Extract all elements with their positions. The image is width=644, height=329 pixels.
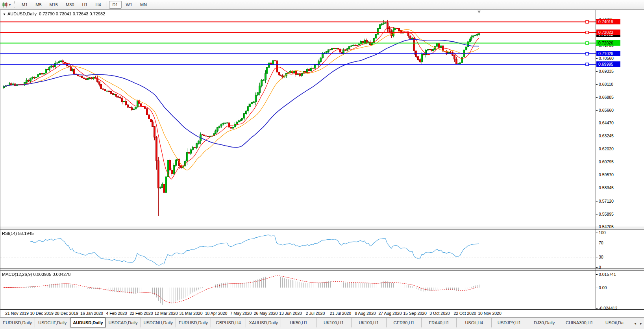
price-axis-tick (596, 136, 598, 136)
candlestick-glyph (2, 2, 8, 7)
price-axis-tick (596, 97, 598, 98)
chart-tab-uk100-h1[interactable]: UK100,H1 (352, 318, 387, 327)
price-axis-tick-label: 0.58345 (599, 185, 614, 190)
date-axis-label: 22 Oct 2020 (453, 311, 476, 316)
price-axis-tick-label: 0.54705 (599, 224, 614, 229)
price-axis-tick (596, 162, 598, 162)
macd-axis-label: -0.024412 (599, 306, 617, 311)
timeframe-button-M30[interactable]: M30 (62, 1, 78, 9)
chart-tab-usdjpy-h1[interactable]: USDJPY,H1 (492, 318, 527, 327)
price-axis-tick-label: 0.69335 (599, 69, 614, 74)
date-axis-label: 16 Jan 2020 (80, 311, 103, 316)
collapse-arrow-icon[interactable]: ▼ (3, 13, 6, 16)
chart-symbol-label: AUDUSD,Daily (7, 11, 37, 16)
price-axis-tick-label: 0.65660 (599, 108, 614, 113)
date-axis-label: 21 Nov 2019 (5, 311, 29, 316)
chart-ohlc-values: 0.72790 0.73041 0.72643 0.72982 (39, 11, 105, 16)
timeframe-buttons: M1M5M15M30H1H4D1W1MN (18, 1, 151, 9)
chart-type-icon[interactable] (2, 2, 9, 8)
toolbar-separator (107, 1, 107, 8)
price-axis-tick-label: 0.64470 (599, 120, 614, 125)
price-axis-tick (596, 71, 598, 72)
date-axis-label: 10 Nov 2020 (478, 311, 502, 316)
price-axis-tick-label: 0.63245 (599, 133, 614, 138)
chart-tab-usdcad-daily[interactable]: USDCAD,Daily (106, 318, 141, 327)
date-axis-label: 26 May 2020 (254, 311, 278, 316)
rsi-axis-tick (596, 233, 598, 233)
timeframe-button-H4[interactable]: H4 (92, 1, 104, 9)
hline-price-label[interactable]: 0.69995 (596, 61, 620, 67)
rsi-axis-label: 70 (599, 240, 603, 245)
chart-tab-bar: EURUSD,DailyUSDCHF,DailyAUDUSD,DailyUSDC… (0, 317, 644, 329)
timeframe-button-M5[interactable]: M5 (32, 1, 45, 9)
timeframe-button-M1[interactable]: M1 (18, 1, 31, 9)
chart-tab-eurusd-daily[interactable]: EURUSD,Daily (176, 318, 211, 327)
date-axis-label: 21 Jul 2020 (330, 311, 351, 316)
price-axis-tick (596, 123, 598, 123)
date-axis-label: 4 Feb 2020 (106, 311, 127, 316)
price-axis-tick-label: 0.57120 (599, 199, 614, 203)
chart-tab-china300-h1[interactable]: CHINA300,H1 (562, 318, 597, 327)
timeframe-button-H1[interactable]: H1 (78, 1, 91, 9)
chart-tab-xauusd-daily[interactable]: XAUUSD,Daily (246, 318, 281, 327)
timeframe-button-M15[interactable]: M15 (46, 1, 61, 9)
hline-price-label[interactable]: 0.74019 (596, 19, 620, 24)
price-axis-tick-label: 0.60795 (599, 159, 614, 164)
hline-price-label[interactable]: 0.73023 (596, 30, 620, 35)
chart-tab-usoil-h4[interactable]: USOil,H4 (457, 318, 492, 327)
hline-price-label[interactable]: 0.71029 (596, 51, 620, 56)
rsi-axis-tick (596, 257, 598, 257)
panel-splitter[interactable] (0, 227, 644, 230)
price-axis-tick-label: 0.59570 (599, 172, 614, 177)
chart-tab-uk100-h1[interactable]: UK100,H1 (316, 318, 352, 327)
panel-splitter[interactable] (0, 268, 644, 271)
date-axis-label: 18 Apr 2020 (205, 311, 228, 316)
rsi-header: RSI(14) 58.1945 (2, 231, 34, 236)
timeframe-button-W1[interactable]: W1 (122, 1, 136, 9)
rsi-axis-label: 0 (599, 265, 601, 270)
rsi-axis-tick (596, 243, 598, 243)
chart-tab-ger30-h1[interactable]: GER30,H1 (387, 318, 422, 327)
macd-axis-label: 0.015741 (599, 272, 616, 277)
chart-tab-dj30-daily[interactable]: DJ30,Daily (527, 318, 562, 327)
price-axis-tick (596, 214, 598, 214)
tab-scroll-right-button[interactable]: ▸ (638, 318, 644, 329)
date-axis-label: 2 Jul 2020 (306, 311, 325, 316)
chart-tab-usdcnh-daily[interactable]: USDCNH,Daily (141, 318, 176, 327)
price-axis-tick (596, 227, 598, 227)
price-axis-tick (596, 175, 598, 175)
price-axis-tick (596, 110, 598, 111)
timeframe-button-MN[interactable]: MN (137, 1, 150, 9)
chart-tab-gbpusd-h4[interactable]: GBPUSD,H4 (211, 318, 246, 327)
toolbar-grip[interactable] (13, 1, 15, 8)
rsi-indicator-canvas[interactable] (0, 230, 596, 268)
price-axis-tick-label: 0.68110 (599, 82, 613, 87)
chart-shift-marker[interactable] (477, 11, 481, 13)
rsi-axis-tick (596, 267, 598, 268)
date-axis-label: 13 Jun 2020 (279, 311, 302, 316)
date-axis-label: 31 Mar 2020 (180, 311, 203, 316)
price-axis-tick-label: 0.70560 (599, 56, 614, 61)
date-axis-label: 27 Aug 2020 (379, 311, 402, 316)
main-price-chart-canvas[interactable] (0, 10, 596, 227)
date-axis-label: 7 May 2020 (230, 311, 252, 316)
chart-tab-usoil-da[interactable]: USOil,Da (597, 318, 632, 327)
date-axis-label: 10 Dec 2019 (30, 311, 54, 316)
price-axis-tick-label: 0.55895 (599, 212, 614, 216)
timeframe-button-D1[interactable]: D1 (109, 1, 122, 9)
chart-tab-audusd-daily[interactable]: AUDUSD,Daily (70, 318, 105, 327)
macd-panel-border (0, 309, 644, 310)
macd-axis-label: 0.00 (599, 285, 607, 290)
price-axis-tick (596, 201, 598, 201)
hline-price-label[interactable]: 0.72026 (596, 40, 620, 46)
macd-indicator-canvas[interactable] (0, 271, 596, 309)
chevron-down-icon[interactable]: ▾ (9, 3, 11, 7)
chart-tab-hk50-h1[interactable]: HK50,H1 (281, 318, 316, 327)
price-axis-tick (596, 188, 598, 188)
price-axis-tick (596, 58, 598, 59)
chart-tab-usdchf-daily[interactable]: USDCHF,Daily (35, 318, 70, 327)
tab-scroll-left-button[interactable]: ◂ (632, 318, 638, 329)
chart-tab-fra40-h1[interactable]: FRA40,H1 (422, 318, 457, 327)
rsi-axis-label: 100 (599, 230, 606, 235)
chart-tab-eurusd-daily[interactable]: EURUSD,Daily (0, 318, 35, 327)
